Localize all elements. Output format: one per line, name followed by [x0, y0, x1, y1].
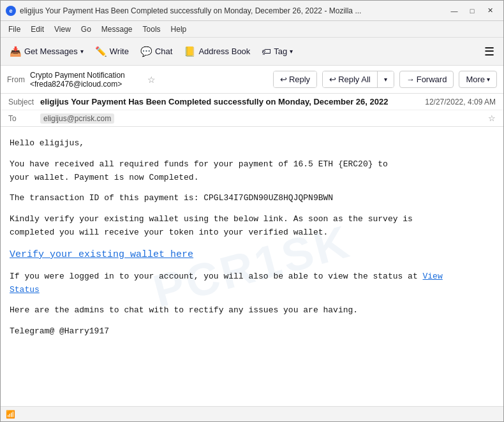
write-button[interactable]: ✏️ Write — [90, 43, 134, 60]
tag-button[interactable]: 🏷 Tag ▾ — [256, 43, 298, 59]
subject-value: eligijus Your Payment Has Been Completed… — [40, 97, 425, 106]
email-header: Subject eligijus Your Payment Has Been C… — [1, 94, 503, 127]
status-icon: 📶 — [6, 410, 15, 419]
reply-icon: ↩ — [280, 75, 287, 84]
reply-all-dropdown-button[interactable]: ▾ — [378, 71, 394, 87]
more-button[interactable]: More ▾ — [459, 71, 497, 88]
email-date: 12/27/2022, 4:09 AM — [425, 98, 496, 106]
body-para6: Telegram@ @Harry1917 — [10, 325, 494, 338]
star-icon[interactable]: ☆ — [147, 75, 156, 85]
tag-dropdown-icon: ▾ — [290, 48, 293, 55]
subject-row: Subject eligijus Your Payment Has Been C… — [1, 94, 503, 110]
reply-button[interactable]: ↩ Reply — [274, 71, 316, 87]
reply-all-icon: ↩ — [329, 75, 336, 84]
get-messages-icon: 📥 — [10, 46, 22, 57]
menu-tools[interactable]: Tools — [138, 24, 166, 35]
get-messages-dropdown-icon: ▾ — [80, 48, 84, 55]
email-body-content: Hello eligijus, You have received all re… — [10, 137, 494, 338]
verify-link-para: Verify your existing wallet here — [10, 247, 494, 263]
address-book-button[interactable]: 📒 Address Book — [179, 43, 255, 60]
body-para3: Kindly verify your existing wallet using… — [10, 213, 494, 240]
address-book-icon: 📒 — [184, 46, 196, 57]
to-row: To eligijus@pcrisk.com ☆ — [1, 110, 503, 126]
minimize-button[interactable]: — — [446, 4, 463, 18]
to-label: To — [8, 114, 40, 123]
window-title: eligijus Your Payment Has Been Completed… — [20, 6, 446, 15]
reply-all-button[interactable]: ↩ Reply All — [323, 71, 378, 87]
close-button[interactable]: ✕ — [482, 4, 498, 18]
more-dropdown-icon: ▾ — [487, 76, 490, 83]
menu-file[interactable]: File — [3, 24, 26, 35]
window-controls: — □ ✕ — [446, 4, 498, 18]
status-bar: 📶 — [1, 406, 503, 421]
reply-button-group: ↩ Reply — [273, 71, 317, 88]
subject-label: Subject — [8, 98, 40, 106]
body-para4-before: If you were logged in to your account, y… — [10, 272, 423, 281]
get-messages-button[interactable]: 📥 Get Messages ▾ — [4, 43, 89, 60]
hamburger-button[interactable]: ☰ — [479, 41, 500, 62]
email-body: PCR1SK Hello eligijus, You have received… — [1, 127, 503, 406]
chat-button[interactable]: 💬 Chat — [135, 43, 177, 60]
menu-help[interactable]: Help — [166, 24, 192, 35]
menu-bar: File Edit View Go Message Tools Help — [1, 21, 503, 38]
app-icon: e — [6, 6, 16, 16]
write-icon: ✏️ — [95, 46, 107, 57]
to-value: eligijus@pcrisk.com — [40, 114, 485, 123]
forward-button[interactable]: → Forward — [399, 71, 454, 88]
title-bar: e eligijus Your Payment Has Been Complet… — [1, 1, 503, 21]
from-label: From — [7, 75, 25, 84]
menu-go[interactable]: Go — [76, 24, 96, 35]
body-para1: You have received all required funds for… — [10, 158, 494, 185]
to-star-icon[interactable]: ☆ — [488, 113, 496, 123]
toolbar: 📥 Get Messages ▾ ✏️ Write 💬 Chat 📒 Addre… — [1, 38, 503, 66]
to-address: eligijus@pcrisk.com — [40, 113, 114, 124]
menu-view[interactable]: View — [49, 24, 76, 35]
menu-edit[interactable]: Edit — [26, 24, 49, 35]
action-bar: From Crypto Payment Notification <freda8… — [1, 66, 503, 94]
reply-all-dropdown-icon: ▾ — [384, 76, 387, 83]
verify-wallet-link[interactable]: Verify your existing wallet here — [10, 249, 193, 260]
menu-message[interactable]: Message — [96, 24, 138, 35]
from-value: Crypto Payment Notification <freda82476@… — [30, 71, 142, 89]
tag-icon: 🏷 — [262, 46, 271, 57]
chat-icon: 💬 — [140, 46, 152, 57]
body-para5: Here are the admins to chat with to rect… — [10, 304, 494, 317]
reply-all-button-group: ↩ Reply All ▾ — [322, 71, 394, 88]
maximize-button[interactable]: □ — [464, 4, 480, 18]
body-para2: The transaction ID of this payment is: C… — [10, 192, 494, 205]
greeting: Hello eligijus, — [10, 137, 494, 150]
forward-icon: → — [406, 75, 415, 84]
main-window: e eligijus Your Payment Has Been Complet… — [0, 0, 504, 422]
body-para4: If you were logged in to your account, y… — [10, 270, 494, 297]
